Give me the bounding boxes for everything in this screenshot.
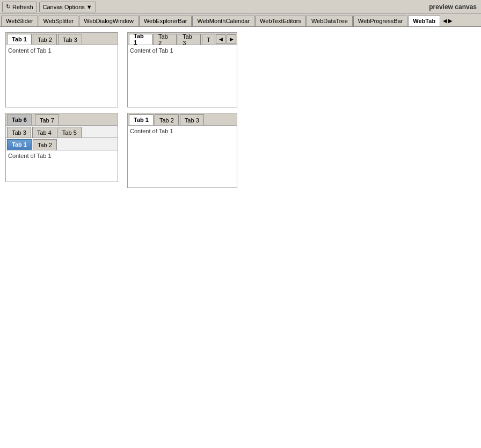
refresh-icon: ↻: [6, 3, 11, 10]
tab-widget-3-outer-tab6[interactable]: Tab 6: [7, 114, 32, 125]
tab-widget-1-tab3[interactable]: Tab 3: [58, 34, 82, 45]
tab-widget-4-content: Content of Tab 1: [128, 126, 237, 187]
tab-widget-2-scroll-right[interactable]: ▶: [227, 34, 236, 44]
tab-widget-4-tab1[interactable]: Tab 1: [129, 114, 154, 125]
nav-tab-webtexteditors[interactable]: WebTextEditors: [255, 16, 306, 26]
tab-widget-3-outer-tabbar: Tab 6 Tab 7: [6, 113, 118, 126]
canvas-options-button[interactable]: Canvas Options ▼: [39, 2, 96, 12]
canvas-area: Tab 1 Tab 2 Tab 3 Content of Tab 1 Tab 6…: [0, 27, 481, 448]
tab-widget-1-content: Content of Tab 1: [6, 45, 118, 107]
demo-content: Tab 1 Tab 2 Tab 3 Content of Tab 1 Tab 6…: [0, 27, 481, 193]
tab-widget-2-scroll-left[interactable]: ◀: [216, 34, 225, 44]
canvas-options-arrow: ▼: [86, 4, 92, 10]
tab-widget-4-tab3[interactable]: Tab 3: [180, 114, 204, 125]
tab-widget-1: Tab 1 Tab 2 Tab 3 Content of Tab 1: [5, 32, 118, 107]
tab-widget-2-tab2[interactable]: Tab 2: [154, 34, 177, 45]
nav-tab-websplitter[interactable]: WebSplitter: [39, 16, 79, 26]
tab-widget-2-tab3[interactable]: Tab 3: [178, 34, 201, 45]
tab-widget-3-sub1-tab3[interactable]: Tab 3: [7, 127, 31, 138]
canvas-options-label: Canvas Options: [43, 4, 85, 10]
tab-widget-4-tabbar: Tab 1 Tab 2 Tab 3: [128, 113, 237, 126]
nav-scroll-right[interactable]: ▶: [448, 18, 453, 24]
toolbar: ↻ Refresh Canvas Options ▼ preview canva…: [0, 0, 481, 14]
tab-widget-3-sub1-bar: Tab 3 Tab 4 Tab 5: [6, 126, 118, 138]
right-column: Tab 1 Tab 2 Tab 3 T ◀ ▶ Content of Tab 1…: [127, 32, 240, 188]
tab-widget-3-outer: Tab 6 Tab 7 Tab 3 Tab 4 Tab 5 Tab 1 Tab …: [5, 113, 118, 182]
nav-tab-webdialogwindow[interactable]: WebDialogWindow: [79, 16, 139, 26]
refresh-label: Refresh: [12, 4, 33, 10]
tab-widget-3-outer-tab7[interactable]: Tab 7: [35, 114, 59, 125]
nav-tab-webdatatree[interactable]: WebDataTree: [307, 16, 353, 26]
nav-tab-webslider[interactable]: WebSlider: [1, 16, 38, 26]
tab-widget-2-tabbar: Tab 1 Tab 2 Tab 3 T ◀ ▶: [128, 33, 237, 45]
left-column: Tab 1 Tab 2 Tab 3 Content of Tab 1 Tab 6…: [5, 32, 121, 188]
tab-widget-4: Tab 1 Tab 2 Tab 3 Content of Tab 1: [127, 113, 237, 188]
tab-widget-3-sub1-tabbar: Tab 3 Tab 4 Tab 5: [6, 126, 118, 138]
tab-widget-1-tab1[interactable]: Tab 1: [7, 34, 32, 45]
nav-scroll-left[interactable]: ◀: [443, 18, 447, 24]
tab-widget-3-sub2-tab1[interactable]: Tab 1: [7, 139, 32, 150]
tab-widget-3-content: Content of Tab 1: [6, 150, 118, 182]
tab-widget-1-tabbar: Tab 1 Tab 2 Tab 3: [6, 33, 118, 45]
tab-widget-2-tab1[interactable]: Tab 1: [129, 34, 152, 45]
nav-tab-webmonthcalendar[interactable]: WebMonthCalendar: [192, 16, 254, 26]
tab-widget-3-sub2-bar: Tab 1 Tab 2: [6, 138, 118, 150]
tab-widget-2-tab-t[interactable]: T: [202, 34, 215, 45]
nav-tab-webexplorerbar[interactable]: WebExplorerBar: [139, 16, 192, 26]
tab-widget-3-sub2-tab2[interactable]: Tab 2: [33, 139, 57, 150]
nav-tab-webtab[interactable]: WebTab: [408, 16, 440, 26]
tab-widget-3-sub1-tab5[interactable]: Tab 5: [57, 127, 82, 138]
refresh-button[interactable]: ↻ Refresh: [2, 2, 37, 12]
tab-widget-2: Tab 1 Tab 2 Tab 3 T ◀ ▶ Content of Tab 1: [127, 32, 237, 107]
nav-tabs: WebSlider WebSplitter WebDialogWindow We…: [0, 14, 481, 27]
nav-tab-webprogressbar[interactable]: WebProgressBar: [353, 16, 408, 26]
tab-widget-2-tabs-group: Tab 1 Tab 2 Tab 3 T: [129, 34, 215, 45]
preview-title: preview canvas: [429, 3, 477, 11]
tab-widget-4-tab2[interactable]: Tab 2: [155, 114, 179, 125]
tab-widget-3-sub1-tab4[interactable]: Tab 4: [32, 127, 56, 138]
tab-widget-3-sub2-tabbar: Tab 1 Tab 2: [6, 138, 118, 150]
tab-widget-2-content: Content of Tab 1: [128, 45, 237, 107]
tab-widget-1-tab2[interactable]: Tab 2: [33, 34, 57, 45]
